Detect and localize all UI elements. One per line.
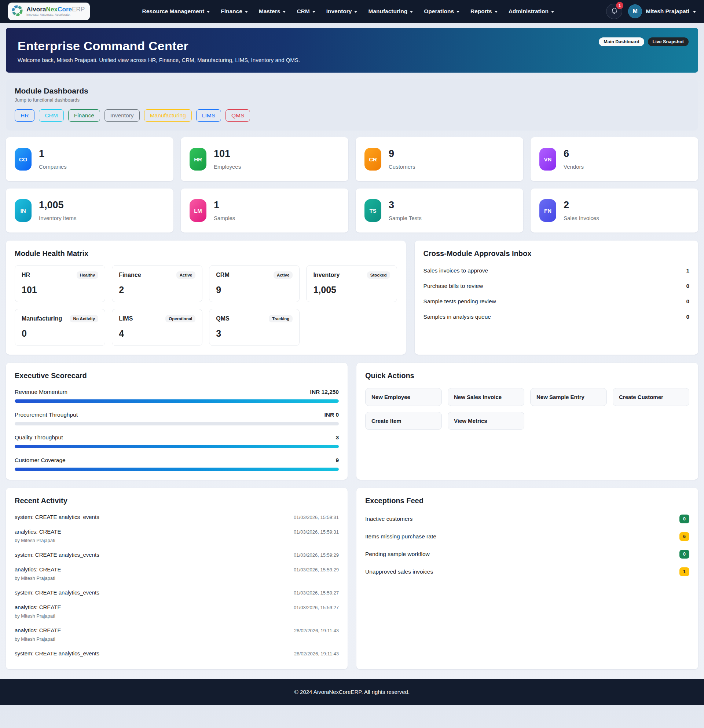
metric-label: Customer Coverage [15,457,66,464]
activity-title: system: CREATE analytics_events [15,514,100,520]
module-dashboard-button[interactable]: QMS [225,109,250,122]
activity-item: analytics: CREATE 01/03/2026, 15:59:29 b… [15,562,339,585]
quick-action-button[interactable]: New Sample Entry [530,388,607,406]
quick-action-button[interactable]: Create Customer [613,388,689,406]
module-dashboard-button[interactable]: HR [15,109,35,122]
exceptions-list-item: Inactive customers 0 [365,510,689,528]
activity-author: by Mitesh Prajapati [15,575,339,581]
stat-card: TS 3 Sample Tests [356,189,523,233]
module-dashboard-button[interactable]: Inventory [104,109,140,122]
exception-count-badge: 1 [679,568,689,576]
navbar-right: 1 M Mitesh Prajapati [606,4,696,19]
activity-timestamp: 01/03/2026, 15:59:29 [294,552,339,558]
recent-activity-list: system: CREATE analytics_events 01/03/20… [15,510,339,660]
health-card: CRM Active 9 [209,265,300,302]
page-footer: © 2024 AivoraNexCoreERP. All rights rese… [0,679,704,705]
health-value: 1,005 [313,285,390,295]
stat-module-icon: CO [15,148,32,170]
exceptions-feed-card: Exceptions Feed Inactive customers 0 Ite… [356,488,698,669]
exception-label: Pending sample workflow [365,551,430,558]
activity-timestamp: 01/03/2026, 15:59:31 [294,514,339,520]
stat-module-icon: HR [190,148,206,170]
approvals-item-count: 0 [686,313,689,320]
approvals-item-label: Sales invoices to approve [424,267,488,274]
exceptions-feed-title: Exceptions Feed [365,497,689,505]
approvals-inbox-title: Cross-Module Approvals Inbox [424,249,689,258]
stat-value: 1 [39,149,67,159]
health-module-name: CRM [216,272,229,278]
activity-author: by Mitesh Prajapati [15,538,339,543]
approvals-item-label: Samples in analysis queue [424,313,491,320]
activity-author: by Mitesh Prajapati [15,613,339,619]
nav-menu-label: Manufacturing [368,8,407,14]
main-menu: Resource Management Finance Masters CRM … [138,5,559,17]
metric-value: INR 12,250 [310,389,339,395]
stat-label: Customers [389,163,415,170]
stat-module-icon: FN [540,199,556,222]
activity-timestamp: 01/03/2026, 15:59:31 [294,529,339,535]
scorecard-metrics: Revenue Momentum INR 12,250 Procurement … [15,389,339,471]
activity-item: analytics: CREATE 28/02/2026, 19:11:43 b… [15,623,339,646]
activity-timestamp: 01/03/2026, 15:59:27 [294,605,339,610]
main-dashboard-badge: Main Dashboard [599,38,644,46]
chevron-down-icon [283,11,286,13]
chevron-down-icon [456,11,459,13]
brand-logo[interactable]: AivoraNexCoreERP Innovate. Automate. Acc… [8,3,90,20]
exceptions-list-item: Pending sample workflow 0 [365,545,689,563]
module-dashboard-button[interactable]: Finance [68,109,100,122]
quick-actions-card: Quick Actions New EmployeeNew Sales Invo… [356,363,698,480]
module-dashboard-button[interactable]: Manufacturing [144,109,192,122]
progress-bar-fill [15,445,339,448]
stat-label: Inventory Items [39,215,76,221]
activity-title: system: CREATE analytics_events [15,552,100,558]
exceptions-list-item: Items missing purchase rate 6 [365,528,689,545]
stat-cards: CO 1 Companies HR 101 Employees CR 9 Cus… [6,137,698,233]
metric-label: Quality Throughput [15,434,63,441]
activity-exceptions-row: Recent Activity system: CREATE analytics… [6,488,698,669]
nav-menu-item[interactable]: Administration [504,5,558,17]
nav-menu-item[interactable]: Masters [254,5,290,17]
live-snapshot-badge: Live Snapshot [648,38,689,46]
health-matrix-grid: HR Healthy 101 Finance Active 2 CRM Acti… [15,265,397,346]
user-menu-button[interactable]: M Mitesh Prajapati [628,4,696,18]
health-status-badge: No Activity [70,315,98,322]
stat-label: Vendors [564,163,584,170]
stat-card: FN 2 Sales Invoices [531,189,698,233]
approvals-item-count: 0 [686,298,689,305]
quick-action-button[interactable]: New Employee [365,388,442,406]
nav-menu-item[interactable]: Manufacturing [364,5,417,17]
quick-action-button[interactable]: New Sales Invoice [448,388,524,406]
chevron-down-icon [551,11,554,13]
metric-value: 9 [336,457,339,464]
health-value: 0 [22,328,98,339]
approvals-item-label: Purchase bills to review [424,283,483,289]
quick-action-button[interactable]: View Metrics [448,412,524,430]
nav-menu-item[interactable]: Operations [420,5,464,17]
notification-count-badge: 1 [616,2,623,9]
stat-value: 1 [214,200,235,210]
chevron-down-icon [312,11,315,13]
nav-menu-item[interactable]: Reports [466,5,502,17]
nav-menu-label: Finance [221,8,242,14]
module-dashboard-button[interactable]: CRM [39,109,63,122]
module-dashboard-button[interactable]: LIMS [196,109,221,122]
quick-action-button[interactable]: Create Item [365,412,442,430]
stat-label: Employees [214,163,241,170]
nav-menu-item[interactable]: CRM [292,5,319,17]
scorecard-metric: Revenue Momentum INR 12,250 [15,389,339,403]
metric-label: Revenue Momentum [15,389,68,395]
progress-bar-track [15,399,339,403]
copyright-text: © 2024 AivoraNexCoreERP. All rights rese… [294,689,410,695]
health-value: 3 [216,328,293,339]
nav-menu-item[interactable]: Finance [216,5,252,17]
nav-menu-item[interactable]: Inventory [322,5,362,17]
stat-module-icon: LM [190,199,206,222]
health-card: Finance Active 2 [112,265,202,302]
page-title: Enterprise Command Center [17,39,687,53]
notifications-button[interactable]: 1 [606,4,622,19]
top-navbar: AivoraNexCoreERP Innovate. Automate. Acc… [0,0,704,23]
avatar: M [628,4,642,18]
stat-value: 1,005 [39,200,76,210]
chevron-down-icon [354,11,357,13]
nav-menu-item[interactable]: Resource Management [138,5,215,17]
